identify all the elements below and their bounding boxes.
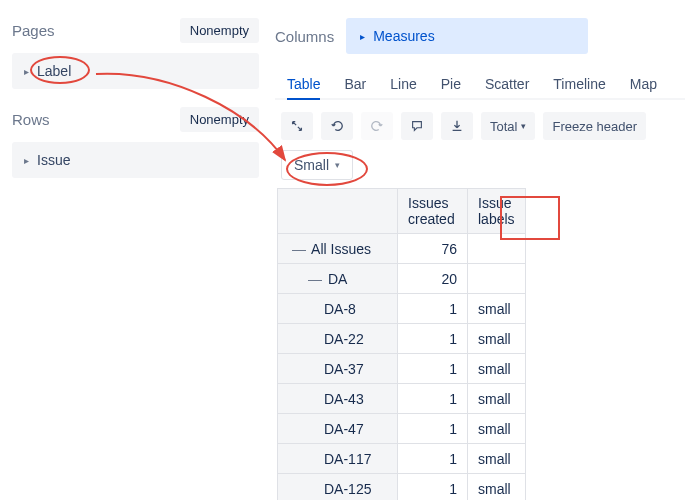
chevron-down-icon: ▾	[335, 160, 340, 170]
cell-issues-created: 1	[398, 294, 468, 324]
col-issue-labels[interactable]: Issue labels	[468, 189, 526, 234]
cell-issues-created: 1	[398, 384, 468, 414]
row-label: — DA	[278, 264, 398, 294]
tab-pie[interactable]: Pie	[441, 70, 461, 98]
tab-timeline[interactable]: Timeline	[553, 70, 605, 98]
cell-issue-labels: small	[468, 444, 526, 474]
row-label: DA-22	[278, 324, 398, 354]
cell-issues-created: 76	[398, 234, 468, 264]
redo-icon	[370, 119, 384, 133]
rows-item-text: Issue	[37, 152, 70, 168]
cell-issues-created: 1	[398, 444, 468, 474]
table-row[interactable]: DA-371small	[278, 354, 526, 384]
col-issues-created[interactable]: Issues created	[398, 189, 468, 234]
table-row[interactable]: DA-471small	[278, 414, 526, 444]
rows-header: Rows Nonempty	[12, 107, 259, 132]
tab-bar[interactable]: Bar	[344, 70, 366, 98]
row-label: DA-117	[278, 444, 398, 474]
rows-title: Rows	[12, 111, 50, 128]
freeze-header-button[interactable]: Freeze header	[543, 112, 646, 140]
total-button[interactable]: Total ▾	[481, 112, 535, 140]
cell-issues-created: 1	[398, 414, 468, 444]
tab-map[interactable]: Map	[630, 70, 657, 98]
measures-chip[interactable]: ▸ Measures	[346, 18, 588, 54]
comment-button[interactable]	[401, 112, 433, 140]
table-row[interactable]: DA-221small	[278, 324, 526, 354]
table-row[interactable]: DA-1171small	[278, 444, 526, 474]
expand-button[interactable]	[281, 112, 313, 140]
chevron-down-icon: ▾	[521, 121, 526, 131]
cell-issue-labels	[468, 234, 526, 264]
left-panel: Pages Nonempty ▸ Label Rows Nonempty ▸ I…	[0, 0, 265, 500]
right-panel: Columns ▸ Measures Table Bar Line Pie Sc…	[265, 0, 685, 500]
data-table: Issues created Issue labels — All Issues…	[277, 188, 526, 500]
row-label: DA-125	[278, 474, 398, 501]
columns-bar: Columns ▸ Measures	[275, 18, 685, 54]
cell-issue-labels: small	[468, 474, 526, 501]
cell-issue-labels: small	[468, 324, 526, 354]
chevron-right-icon: ▸	[360, 31, 365, 42]
row-label: DA-8	[278, 294, 398, 324]
table-corner	[278, 189, 398, 234]
pages-item-label[interactable]: ▸ Label	[12, 53, 259, 89]
undo-button[interactable]	[321, 112, 353, 140]
row-label: — All Issues	[278, 234, 398, 264]
download-icon	[450, 119, 464, 133]
cell-issue-labels: small	[468, 294, 526, 324]
pages-nonempty-button[interactable]: Nonempty	[180, 18, 259, 43]
row-label: DA-43	[278, 384, 398, 414]
collapse-icon[interactable]: —	[308, 271, 322, 287]
table-row[interactable]: DA-81small	[278, 294, 526, 324]
columns-title: Columns	[275, 28, 334, 45]
cell-issues-created: 1	[398, 474, 468, 501]
download-button[interactable]	[441, 112, 473, 140]
filter-label: Small	[294, 157, 329, 173]
measures-label: Measures	[373, 28, 434, 44]
table-row[interactable]: — DA20	[278, 264, 526, 294]
redo-button[interactable]	[361, 112, 393, 140]
pages-title: Pages	[12, 22, 55, 39]
chevron-right-icon: ▸	[24, 66, 29, 77]
row-label: DA-47	[278, 414, 398, 444]
undo-icon	[330, 119, 344, 133]
tab-scatter[interactable]: Scatter	[485, 70, 529, 98]
pages-item-text: Label	[37, 63, 71, 79]
pages-header: Pages Nonempty	[12, 18, 259, 43]
tab-line[interactable]: Line	[390, 70, 416, 98]
row-label: DA-37	[278, 354, 398, 384]
filter-chip-small[interactable]: Small ▾	[281, 150, 353, 180]
table-row[interactable]: DA-431small	[278, 384, 526, 414]
cell-issue-labels	[468, 264, 526, 294]
toolbar: Total ▾ Freeze header	[275, 112, 685, 140]
cell-issues-created: 1	[398, 324, 468, 354]
chevron-right-icon: ▸	[24, 155, 29, 166]
table-row[interactable]: — All Issues76	[278, 234, 526, 264]
cell-issue-labels: small	[468, 354, 526, 384]
rows-nonempty-button[interactable]: Nonempty	[180, 107, 259, 132]
cell-issue-labels: small	[468, 414, 526, 444]
cell-issue-labels: small	[468, 384, 526, 414]
cell-issues-created: 20	[398, 264, 468, 294]
tab-table[interactable]: Table	[287, 70, 320, 100]
total-label: Total	[490, 119, 517, 134]
comment-icon	[410, 119, 424, 133]
chart-tabs: Table Bar Line Pie Scatter Timeline Map	[275, 70, 685, 100]
collapse-icon[interactable]: —	[292, 241, 306, 257]
expand-icon	[290, 119, 304, 133]
rows-item-issue[interactable]: ▸ Issue	[12, 142, 259, 178]
table-row[interactable]: DA-1251small	[278, 474, 526, 501]
cell-issues-created: 1	[398, 354, 468, 384]
